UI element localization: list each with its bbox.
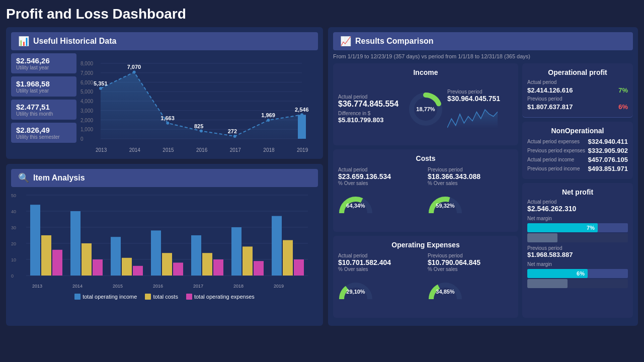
costs-donut-b: 59,32% — [428, 188, 463, 223]
net-margin-bar-prev-bg — [527, 233, 557, 242]
opex-card: Operating Expenses Actual period $10.701… — [333, 236, 518, 318]
results-col: 📈 Results Comparison From 1/1/19 to 12/2… — [328, 27, 638, 326]
results-panel: 📈 Results Comparison From 1/1/19 to 12/2… — [328, 27, 638, 326]
historical-header: 📊 Useful Historical Data — [11, 32, 318, 50]
net-margin-bar-prev-bg2 — [527, 279, 568, 288]
net-margin-bar-prev: 6% — [527, 269, 588, 278]
non-op-row: Actual period expenses$324.940.411 — [527, 138, 628, 145]
item-analysis-panel: 🔍 Item Analysis total operating income t… — [6, 164, 323, 326]
opex-donut-a: 29,10% — [338, 274, 373, 309]
hist-stats: $2.546,26 Utility last year $1.968,58 Ut… — [11, 53, 76, 154]
non-op-row: Previous period income$493.851.971 — [527, 165, 628, 172]
stat-card-3: $2.826,49 Utility this semester — [11, 123, 76, 143]
item-analysis-header: 🔍 Item Analysis — [11, 169, 318, 187]
historical-icon: 📊 — [18, 36, 29, 47]
legend-costs: total costs — [145, 294, 178, 300]
chart-legend: total operating income total costs total… — [11, 294, 318, 300]
ops-profit-section: Operational profit Actual period $2.414.… — [522, 63, 633, 118]
historical-chart — [80, 53, 318, 154]
item-analysis-chart — [11, 190, 318, 291]
income-card: Income Actual period $36.774.845.554 Dif… — [333, 63, 518, 145]
stat-card-1: $1.968,58 Utility last year — [11, 76, 76, 97]
net-margin-bar-actual: 7% — [527, 223, 598, 232]
results-header: 📈 Results Comparison — [333, 32, 633, 50]
legend-income: total operating income — [74, 294, 137, 300]
page-title: Profit and Loss Dashboard — [6, 6, 638, 22]
legend-expenses: total operating expenses — [186, 294, 255, 300]
costs-card: Costs Actual period $23.659.136.534 % Ov… — [333, 149, 518, 231]
results-subtitle: From 1/1/19 to 12/23/19 (357 days) vs pe… — [333, 53, 633, 59]
costs-donut-a: 64,34% — [338, 188, 373, 223]
stat-card-0: $2.546,26 Utility last year — [11, 53, 76, 73]
opex-donut-b: 34,85% — [428, 274, 463, 309]
non-op-row: Actual period income$457.076.105 — [527, 156, 628, 163]
stat-card-2: $2.477,51 Utility this month — [11, 100, 76, 120]
net-profit-section: Net profit Actual period $2.546.262.310 … — [522, 183, 633, 318]
non-op-row: Previous period expenses$332.905.902 — [527, 147, 628, 154]
non-operational-section: NonOperational Actual period expenses$32… — [522, 122, 633, 179]
results-icon: 📈 — [340, 36, 351, 47]
item-analysis-icon: 🔍 — [18, 172, 29, 184]
historical-panel: 📊 Useful Historical Data $2.546,26 Utili… — [6, 27, 323, 159]
income-donut: 18,77% — [408, 92, 443, 127]
